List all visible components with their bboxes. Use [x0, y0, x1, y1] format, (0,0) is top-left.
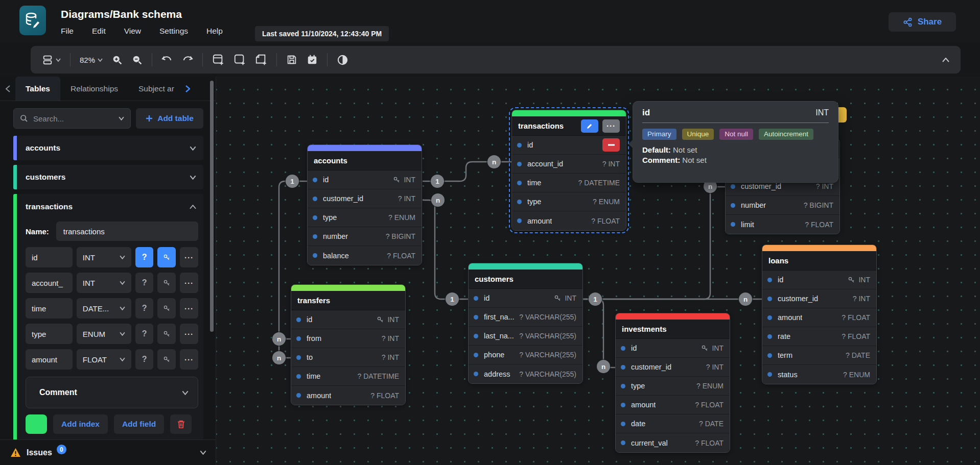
table-field-row[interactable]: time? DATETIME	[512, 174, 626, 192]
menu-file[interactable]: File	[61, 27, 74, 36]
primary-key-toggle[interactable]	[157, 349, 176, 370]
table-field-row[interactable]: phone? VARCHAR(255)	[469, 346, 582, 364]
sidebar-item-customers[interactable]: customers	[13, 165, 203, 189]
theme-contrast-button[interactable]	[337, 54, 348, 66]
table-field-row[interactable]: account_id? INT	[512, 155, 626, 174]
field-name-input[interactable]: id	[26, 247, 73, 267]
nullable-toggle[interactable]: ?	[135, 349, 154, 370]
menu-help[interactable]: Help	[206, 27, 223, 36]
primary-key-toggle[interactable]	[157, 324, 176, 344]
table-field-row[interactable]: to? INT	[291, 348, 405, 367]
nullable-toggle[interactable]: ?	[135, 298, 154, 319]
add-index-button[interactable]: Add index	[53, 414, 108, 434]
menu-edit[interactable]: Edit	[92, 27, 106, 36]
menu-view[interactable]: View	[124, 27, 141, 36]
add-field-button[interactable]: Add field	[114, 414, 164, 434]
primary-key-toggle[interactable]	[157, 298, 176, 319]
table-field-row[interactable]: amount? FLOAT	[512, 211, 626, 230]
todo-button[interactable]	[307, 54, 318, 65]
comment-collapse[interactable]: Comment	[26, 377, 198, 408]
edit-table-button[interactable]	[581, 119, 598, 133]
tabs-scroll-left-button[interactable]	[0, 85, 15, 92]
table-field-row[interactable]: number? BIGINT	[308, 227, 422, 246]
table-more-button[interactable]: ···	[602, 119, 620, 133]
table-field-row[interactable]: limit? FLOAT	[726, 215, 839, 234]
relationship-edge[interactable]	[423, 200, 468, 299]
table-field-row[interactable]: date? DATE	[616, 414, 730, 433]
field-type-select[interactable]: INT	[77, 247, 131, 267]
table-field-row[interactable]: customer_id? INT	[616, 358, 730, 377]
table-field-row[interactable]: status? ENUM	[762, 365, 876, 384]
table-field-row[interactable]: id INT	[469, 289, 582, 308]
menu-settings[interactable]: Settings	[159, 27, 188, 36]
table-field-row[interactable]: type? ENUM	[308, 208, 422, 227]
sidebar-scrollbar[interactable]	[210, 81, 214, 332]
table-field-row[interactable]: last_na...? VARCHAR(255)	[469, 327, 582, 346]
tabs-scroll-right-button[interactable]	[185, 85, 190, 92]
field-more-button[interactable]: ···	[180, 273, 198, 293]
sidebar-item-transactions[interactable]: transactions	[13, 194, 203, 219]
table-field-row[interactable]: customer_id? INT	[308, 189, 422, 208]
field-type-select[interactable]: INT	[77, 273, 131, 293]
table-field-row[interactable]: balance? FLOAT	[308, 246, 422, 265]
search-input[interactable]: Search...	[13, 108, 131, 129]
table-field-row[interactable]: amount? FLOAT	[616, 396, 730, 414]
layout-menu-button[interactable]	[42, 54, 61, 65]
field-type-select[interactable]: DATE...	[77, 298, 131, 319]
table-field-row[interactable]: current_val? FLOAT	[616, 433, 730, 452]
field-name-input[interactable]: time	[26, 298, 73, 319]
add-note-tool[interactable]	[255, 54, 267, 66]
redo-button[interactable]	[182, 55, 193, 65]
table-field-row[interactable]: id	[512, 136, 626, 155]
table-field-row[interactable]: id INT	[308, 170, 422, 189]
table-field-row[interactable]: number? BIGINT	[726, 196, 839, 215]
table-card-transactions[interactable]: transactions ··· id account_id? INT time…	[511, 110, 626, 231]
sidebar-item-accounts[interactable]: accounts	[13, 136, 203, 160]
table-field-row[interactable]: term? DATE	[762, 346, 876, 365]
table-field-row[interactable]: type? ENUM	[512, 192, 626, 211]
table-color-swatch[interactable]	[26, 414, 47, 434]
field-type-select[interactable]: FLOAT	[77, 349, 131, 370]
zoom-out-button[interactable]	[132, 55, 143, 65]
table-field-row[interactable]: from? INT	[291, 329, 405, 348]
field-name-input[interactable]: account_	[26, 273, 73, 293]
table-field-row[interactable]: type? ENUM	[616, 377, 730, 396]
field-type-select[interactable]: ENUM	[77, 324, 131, 344]
add-table-tool[interactable]	[212, 54, 224, 66]
nullable-toggle[interactable]: ?	[135, 247, 154, 267]
tab-relationships[interactable]: Relationships	[60, 77, 128, 101]
field-name-input[interactable]: type	[26, 324, 73, 344]
field-more-button[interactable]: ···	[180, 298, 198, 319]
issues-bar[interactable]: Issues 0	[0, 439, 216, 465]
field-name-input[interactable]: amount	[26, 349, 73, 370]
app-logo-icon[interactable]	[19, 6, 46, 35]
undo-button[interactable]	[161, 55, 173, 65]
table-name-input[interactable]: transactions	[56, 222, 198, 241]
zoom-level-dropdown[interactable]: 82%	[80, 56, 103, 64]
add-table-button[interactable]: Add table	[136, 108, 203, 129]
collapse-toolbar-button[interactable]	[942, 58, 949, 62]
share-button[interactable]: Share	[889, 12, 956, 32]
tab-tables[interactable]: Tables	[15, 77, 60, 101]
table-field-row[interactable]: id INT	[291, 310, 405, 329]
table-field-row[interactable]: customer_id? INT	[762, 289, 876, 308]
table-field-row[interactable]: id INT	[762, 271, 876, 289]
relationship-edge[interactable]	[583, 299, 615, 368]
primary-key-toggle[interactable]	[157, 273, 176, 293]
table-field-row[interactable]: first_na...? VARCHAR(255)	[469, 308, 582, 327]
zoom-in-button[interactable]	[112, 55, 123, 65]
nullable-toggle[interactable]: ?	[135, 324, 154, 344]
delete-field-button[interactable]	[602, 138, 620, 152]
field-more-button[interactable]: ···	[180, 247, 198, 267]
table-card-investments[interactable]: investments id INT customer_id? INT type…	[615, 313, 730, 453]
table-card-customers[interactable]: customers id INT first_na...? VARCHAR(25…	[468, 263, 583, 384]
table-field-row[interactable]: amount? FLOAT	[762, 308, 876, 327]
table-field-row[interactable]: amount? FLOAT	[291, 386, 405, 405]
field-more-button[interactable]: ···	[180, 324, 198, 344]
delete-table-button[interactable]	[170, 414, 192, 434]
nullable-toggle[interactable]: ?	[135, 273, 154, 293]
tab-subject-areas[interactable]: Subject ar	[128, 77, 184, 101]
table-field-row[interactable]: id INT	[616, 339, 730, 358]
table-card-accounts[interactable]: accounts id INT customer_id? INT type? E…	[307, 144, 422, 265]
diagram-canvas[interactable]: accounts id INT customer_id? INT type? E…	[216, 77, 980, 465]
